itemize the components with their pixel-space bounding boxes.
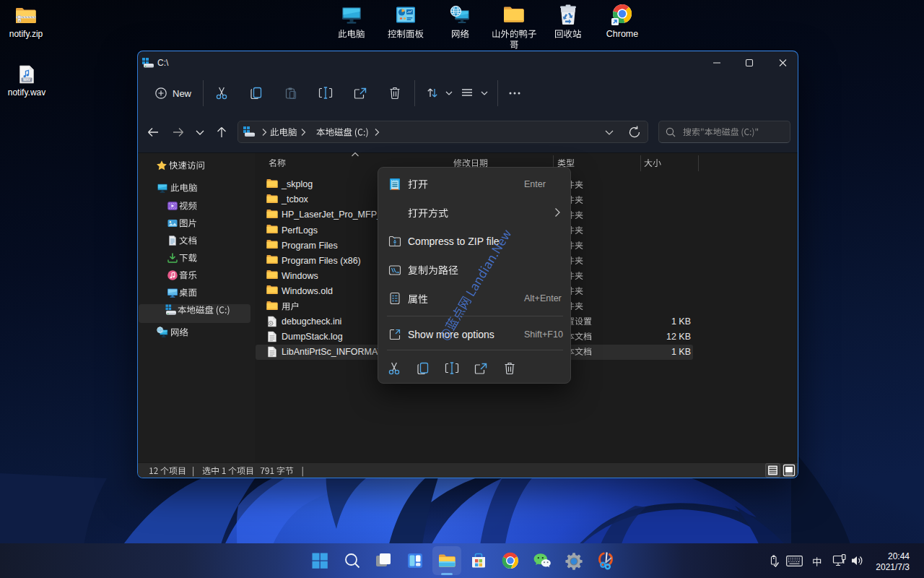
svg-text:WAV: WAV xyxy=(23,78,31,82)
